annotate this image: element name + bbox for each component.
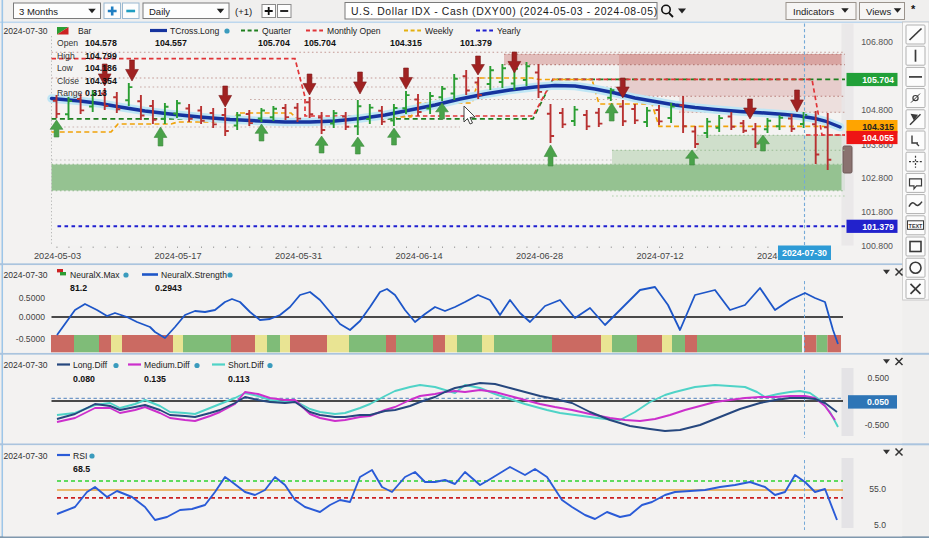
svg-text:TCross.Long: TCross.Long — [170, 26, 219, 36]
svg-text:104.055: 104.055 — [862, 133, 894, 143]
svg-text:0.113: 0.113 — [228, 374, 250, 384]
svg-text:2024-05-17: 2024-05-17 — [155, 251, 202, 261]
svg-text:RSI: RSI — [73, 451, 87, 461]
svg-text:101.379: 101.379 — [460, 38, 492, 48]
svg-text:Daily: Daily — [149, 6, 170, 17]
svg-text:(+1): (+1) — [235, 6, 252, 17]
svg-text:*: * — [911, 3, 916, 15]
svg-text:-0.500: -0.500 — [865, 420, 890, 430]
svg-text:105.704: 105.704 — [862, 75, 894, 85]
svg-text:2024-06-14: 2024-06-14 — [396, 251, 443, 261]
svg-text:TEXT: TEXT — [909, 223, 923, 229]
svg-text:High: High — [57, 51, 75, 61]
svg-text:U.S. Dollar IDX - Cash (DXY00): U.S. Dollar IDX - Cash (DXY00) (2024-05-… — [351, 6, 658, 17]
svg-text:104.578: 104.578 — [85, 38, 117, 48]
svg-text:0.5000: 0.5000 — [19, 293, 46, 303]
svg-text:Indicators: Indicators — [793, 6, 834, 17]
svg-text:104.354: 104.354 — [85, 76, 117, 86]
svg-text:104.800: 104.800 — [861, 105, 893, 115]
svg-text:102.800: 102.800 — [861, 173, 893, 183]
svg-text:81.2: 81.2 — [70, 283, 87, 293]
svg-text:Yearly: Yearly — [497, 26, 521, 36]
svg-text:Low: Low — [57, 63, 74, 73]
svg-text:3 Months: 3 Months — [19, 6, 58, 17]
svg-text:101.379: 101.379 — [862, 222, 894, 232]
svg-text:0.050: 0.050 — [867, 397, 889, 407]
svg-text:Weekly: Weekly — [425, 26, 454, 36]
svg-text:2024-07-12: 2024-07-12 — [637, 251, 684, 261]
svg-text:105.704: 105.704 — [304, 38, 336, 48]
svg-text:2024-07-30: 2024-07-30 — [4, 26, 48, 36]
svg-text:2024-05-03: 2024-05-03 — [34, 251, 81, 261]
svg-text:Short.Diff: Short.Diff — [228, 360, 264, 370]
svg-text:2024-06-28: 2024-06-28 — [516, 251, 563, 261]
svg-text:2024-07-30: 2024-07-30 — [4, 360, 48, 370]
svg-text:NeuralX.Strength: NeuralX.Strength — [161, 270, 227, 280]
svg-text:Quarter: Quarter — [262, 26, 291, 36]
svg-text:-0.5000: -0.5000 — [16, 334, 45, 344]
svg-text:2024-05-31: 2024-05-31 — [275, 251, 322, 261]
svg-text:Bar: Bar — [78, 26, 92, 36]
svg-text:101.800: 101.800 — [861, 207, 893, 217]
svg-text:104.186: 104.186 — [85, 63, 117, 73]
svg-text:5.0: 5.0 — [874, 520, 886, 530]
svg-text:Range: Range — [57, 88, 83, 98]
svg-text:0.313: 0.313 — [85, 88, 107, 98]
svg-text:Long.Diff: Long.Diff — [73, 360, 108, 370]
svg-text:Monthly Open: Monthly Open — [327, 26, 381, 36]
svg-text:106.800: 106.800 — [861, 37, 893, 47]
svg-text:NeuralX.Max: NeuralX.Max — [70, 270, 120, 280]
svg-text:104.315: 104.315 — [862, 122, 894, 132]
svg-text:Close: Close — [57, 76, 79, 86]
svg-text:2024-07-30: 2024-07-30 — [782, 248, 827, 258]
svg-text:55.0: 55.0 — [869, 484, 886, 494]
svg-text:68.5: 68.5 — [73, 464, 90, 474]
svg-text:Views: Views — [866, 6, 891, 17]
svg-text:0.135: 0.135 — [144, 374, 166, 384]
svg-text:0.500: 0.500 — [867, 373, 889, 383]
svg-text:Open: Open — [57, 38, 78, 48]
svg-text:Medium.Diff: Medium.Diff — [144, 360, 190, 370]
svg-text:104.315: 104.315 — [390, 38, 422, 48]
svg-text:2024-07-30: 2024-07-30 — [4, 451, 48, 461]
svg-text:104.799: 104.799 — [85, 51, 117, 61]
svg-text:2024-07-30: 2024-07-30 — [4, 270, 48, 280]
svg-text:0.080: 0.080 — [73, 374, 95, 384]
svg-text:0.2943: 0.2943 — [155, 283, 182, 293]
svg-text:105.704: 105.704 — [258, 38, 290, 48]
svg-text:104.557: 104.557 — [155, 38, 187, 48]
svg-text:100.800: 100.800 — [861, 241, 893, 251]
svg-text:0.0000: 0.0000 — [19, 312, 46, 322]
